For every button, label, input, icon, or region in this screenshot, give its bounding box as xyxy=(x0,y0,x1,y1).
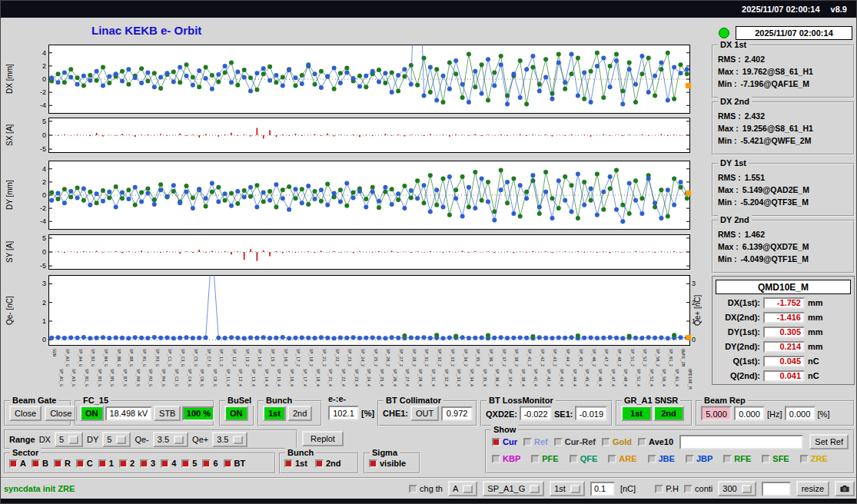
qe-plot[interactable]: 00112233 xyxy=(32,275,701,346)
replot-button[interactable]: Replot xyxy=(302,431,344,446)
selected-bpm-name[interactable]: QMD10E_M xyxy=(716,280,851,294)
sy-plot[interactable]: -505 xyxy=(32,234,701,270)
conti-checkbox[interactable] xyxy=(684,485,693,493)
svg-text:5: 5 xyxy=(42,118,46,125)
bpm-row-value: 0.305 xyxy=(763,327,805,338)
sector-checkbox-2[interactable] xyxy=(119,459,128,468)
beam-gate-close-button-1[interactable]: Close xyxy=(9,406,42,421)
count-dropdown[interactable]: 300 xyxy=(718,481,756,496)
range-dy-dropdown[interactable]: 5 xyxy=(102,432,131,447)
show-checkbox-jbe[interactable] xyxy=(648,455,656,463)
fc15-stb-button[interactable]: STB xyxy=(154,406,181,421)
sector-select-dropdown[interactable]: A xyxy=(448,481,477,496)
count-entry[interactable] xyxy=(762,482,791,496)
range-title: Range xyxy=(9,435,35,444)
sector-checkbox-c[interactable] xyxy=(76,459,85,468)
range-qe-minus-dropdown[interactable]: 3.5 xyxy=(153,432,188,447)
show-checkbox-pfe[interactable] xyxy=(531,455,540,463)
dy-plot[interactable]: -4-2024 xyxy=(32,161,701,230)
sx-plot[interactable]: -505 xyxy=(32,118,701,153)
svg-text:SP_18_2: SP_18_2 xyxy=(308,349,314,366)
sector-checkbox-4[interactable] xyxy=(161,459,169,468)
show-checkbox-ave10[interactable] xyxy=(638,438,646,446)
bunch-checkbox-1st[interactable] xyxy=(284,459,293,468)
show-checkbox-gold[interactable] xyxy=(602,438,610,446)
sector-checkbox-b[interactable] xyxy=(32,459,40,468)
show-checkbox-zre[interactable] xyxy=(800,455,809,463)
busel-on-button[interactable]: ON xyxy=(224,406,248,421)
sector-checkbox-r[interactable] xyxy=(54,459,62,468)
stat-value: 19.762@S8_61_H1 xyxy=(742,65,813,78)
che1-out-button[interactable]: OUT xyxy=(410,406,439,421)
dx-plot[interactable]: -4-2024 xyxy=(32,45,701,114)
show-checkbox-cur[interactable] xyxy=(492,438,500,446)
show-checkbox-are[interactable] xyxy=(608,455,616,463)
svg-text:0: 0 xyxy=(42,131,46,139)
se1-value-display: -0.019 xyxy=(575,406,607,421)
bunch-1st-button[interactable]: 1st xyxy=(263,406,286,421)
ee-ratio-unit: [%] xyxy=(361,409,374,418)
dy-axis-label: DY [mm] xyxy=(4,161,15,230)
show-label-cur-ref: Cur-Ref xyxy=(565,437,596,446)
sector-checkbox-6[interactable] xyxy=(202,459,211,468)
sigma-visible-checkbox[interactable] xyxy=(369,459,377,468)
show-checkbox-qfe[interactable] xyxy=(570,455,578,463)
svg-text:SP_41_2: SP_41_2 xyxy=(526,349,532,366)
svg-text:SP_11_4: SP_11_4 xyxy=(225,369,231,387)
sector-checkbox-bt[interactable] xyxy=(224,459,232,468)
snsr-2nd-button[interactable]: 2nd xyxy=(653,406,684,421)
show-checkbox-cur-ref[interactable] xyxy=(554,438,563,446)
bpm-select-dropdown[interactable]: SP_A1_G xyxy=(483,481,544,496)
fc15-frame: FC_15 ON 18.498 kV STB 100 % xyxy=(75,400,214,426)
bpm-row-label: DY(2nd): xyxy=(716,342,760,351)
fc15-on-button[interactable]: ON xyxy=(80,406,104,421)
bpm-row-unit: nC xyxy=(808,371,819,380)
show-checkbox-kbp[interactable] xyxy=(492,455,500,463)
gr-a1-snsr-frame: GR_A1 SNSR 1st 2nd xyxy=(616,400,693,426)
bpm-row-value: 0.214 xyxy=(763,341,805,353)
chg-th-checkbox[interactable] xyxy=(409,485,417,493)
show-label-sfe: SFE xyxy=(772,454,789,463)
threshold-input[interactable] xyxy=(590,482,615,496)
stat-value: 1.551 xyxy=(745,171,765,184)
svg-text:SP_C8_G: SP_C8_G xyxy=(212,369,218,386)
show-label-qfe: QFE xyxy=(580,454,598,463)
stat-key: Max : xyxy=(718,65,739,78)
svg-text:SP_B6_G: SP_B6_G xyxy=(116,349,121,366)
sigma-frame: Sigma visible xyxy=(364,453,420,474)
bunch-2nd-button[interactable]: 2nd xyxy=(287,406,312,421)
show-checkbox-jbp[interactable] xyxy=(686,455,694,463)
screenshot-button[interactable] xyxy=(835,481,855,496)
snsr-1st-button[interactable]: 1st xyxy=(621,406,652,421)
sector-checkbox-3[interactable] xyxy=(140,459,148,468)
sector-label-4: 4 xyxy=(171,459,176,468)
ref-file-input[interactable] xyxy=(679,435,803,449)
range-dx-dropdown[interactable]: 5 xyxy=(55,432,83,447)
ph-checkbox[interactable] xyxy=(655,485,663,493)
beam-gate-close-button-2[interactable]: Close xyxy=(45,406,77,421)
sector-label-2: 2 xyxy=(130,459,135,468)
show-label-jbp: JBP xyxy=(696,454,713,463)
svg-text:SP_32_4: SP_32_4 xyxy=(443,369,449,387)
svg-text:SP_26_2: SP_26_2 xyxy=(385,349,390,366)
svg-text:SP_22_4: SP_22_4 xyxy=(340,369,346,387)
sector-checkbox-5[interactable] xyxy=(181,459,190,468)
sector-checkbox-a[interactable] xyxy=(9,459,18,468)
dy-1st-stats-title: DY 1st xyxy=(718,158,749,168)
show-checkbox-sfe[interactable] xyxy=(762,455,770,463)
stat-key: Min : xyxy=(718,253,737,265)
sector-checkbox-1[interactable] xyxy=(98,459,107,468)
beam-rep-duty-display: 0.000 xyxy=(785,406,815,421)
bunch-checkbox-2nd[interactable] xyxy=(315,459,324,468)
svg-text:3: 3 xyxy=(42,280,46,287)
bunch-select-dropdown[interactable]: 1st xyxy=(550,481,585,496)
resize-button[interactable]: resize xyxy=(796,481,829,496)
show-checkbox-rfe[interactable] xyxy=(723,455,732,463)
show-checkbox-ref[interactable] xyxy=(523,438,532,446)
set-ref-button[interactable]: Set Ref xyxy=(809,434,849,449)
stat-value: 1.462 xyxy=(745,228,765,240)
svg-text:SP_42_2: SP_42_2 xyxy=(540,349,545,366)
bunch-select-title: Bunch xyxy=(264,396,294,406)
range-qe-plus-dropdown[interactable]: 3.5 xyxy=(212,432,247,447)
svg-text:SP_25_2: SP_25_2 xyxy=(373,349,378,366)
